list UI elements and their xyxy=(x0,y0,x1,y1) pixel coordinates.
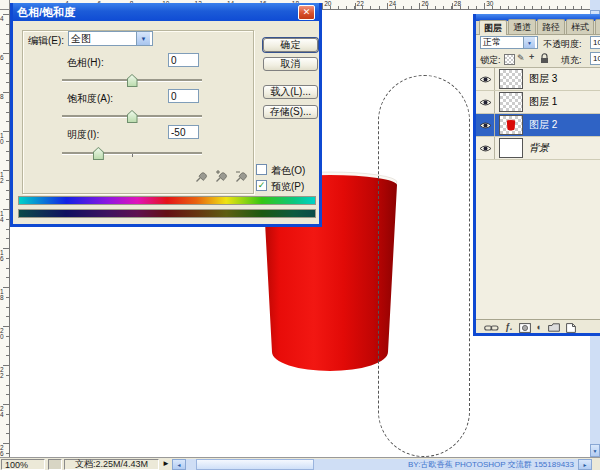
lightness-input[interactable]: -50 xyxy=(168,125,199,139)
hue-saturation-dialog: 色相/饱和度 ✕ 编辑(E): 全图 ▼ 色相(H): 0 饱和度(A): 0 … xyxy=(10,3,322,227)
edit-label: 编辑(E): xyxy=(28,34,64,48)
ruler-number: 24 xyxy=(0,406,5,417)
status-menu-arrow-icon[interactable]: ► xyxy=(162,459,170,468)
saturation-slider[interactable] xyxy=(62,115,202,118)
lock-pixels-icon[interactable]: ✎ xyxy=(517,54,525,63)
scroll-down-icon[interactable]: ▼ xyxy=(590,444,600,457)
ruler-tick xyxy=(6,238,9,239)
blend-mode-value: 正常 xyxy=(483,36,501,49)
ruler-tick xyxy=(6,297,9,298)
ok-button[interactable]: 确定 xyxy=(263,38,318,52)
opacity-value[interactable]: 100 xyxy=(590,36,600,49)
ruler-tick xyxy=(6,73,9,74)
horizontal-scrollbar-thumb[interactable] xyxy=(196,459,314,470)
adjustment-layer-icon[interactable]: ◐ xyxy=(537,323,542,332)
layer-thumbnail[interactable] xyxy=(499,115,523,135)
visibility-cell[interactable] xyxy=(476,114,495,136)
eye-icon[interactable] xyxy=(479,75,492,84)
visibility-cell[interactable] xyxy=(476,91,495,113)
visibility-cell[interactable] xyxy=(476,137,495,159)
scroll-right-icon[interactable]: ► xyxy=(578,459,592,470)
load-button[interactable]: 载入(L)... xyxy=(263,85,318,99)
ruler-tick xyxy=(468,6,469,9)
panel-tab-4[interactable]: 样式 xyxy=(566,19,594,34)
ruler-tick xyxy=(6,43,9,44)
fill-value[interactable]: 100 xyxy=(590,52,600,65)
hue-slider[interactable] xyxy=(62,79,202,82)
layer-name: 背景 xyxy=(529,141,549,155)
eyedropper-icon[interactable] xyxy=(195,168,208,183)
saturation-input[interactable]: 0 xyxy=(168,89,199,103)
layers-panel: 图层通道路径样式色 正常 ▼ 不透明度: 100 锁定: ✎ + 填充: 100… xyxy=(473,14,600,336)
ruler-tick xyxy=(6,112,9,113)
dialog-titlebar[interactable]: 色相/饱和度 ✕ xyxy=(13,3,319,21)
ruler-tick xyxy=(549,6,550,9)
cancel-button[interactable]: 取消 xyxy=(263,57,318,71)
eye-icon[interactable] xyxy=(479,98,492,107)
layer-thumbnail[interactable] xyxy=(499,92,523,112)
layer-mask-icon[interactable] xyxy=(519,323,531,333)
document-info[interactable]: 文档:2.25M/4.43M xyxy=(64,459,159,470)
layer-thumbnail[interactable] xyxy=(499,69,523,89)
panel-tab-1[interactable]: 图层 xyxy=(479,20,507,35)
link-layers-icon[interactable] xyxy=(484,324,499,332)
colorize-label: 着色(O) xyxy=(271,164,305,178)
ruler-number: 12 xyxy=(0,172,5,183)
new-layer-icon[interactable] xyxy=(566,323,576,333)
ruler-tick xyxy=(565,6,566,9)
ruler-tick xyxy=(532,6,533,9)
ruler-tick xyxy=(346,6,347,9)
scroll-left-icon[interactable]: ◄ xyxy=(172,459,186,470)
ruler-tick xyxy=(6,190,9,191)
ruler-tick-major xyxy=(452,3,453,9)
save-button[interactable]: 存储(S)... xyxy=(263,105,318,119)
ruler-tick xyxy=(6,394,9,395)
preview-checkbox[interactable]: ✓ xyxy=(256,180,267,191)
colorize-checkbox[interactable] xyxy=(256,164,267,175)
ruler-number: 30 xyxy=(486,0,493,7)
new-group-icon[interactable] xyxy=(548,323,560,332)
lock-transparency-icon[interactable] xyxy=(504,54,515,65)
zoom-level[interactable]: 100% xyxy=(1,459,45,470)
ruler-tick xyxy=(6,180,9,181)
hue-input[interactable]: 0 xyxy=(168,53,199,67)
marquee-selection[interactable] xyxy=(378,75,470,457)
panel-tab-2[interactable]: 通道 xyxy=(508,19,536,34)
lightness-slider[interactable] xyxy=(62,152,202,155)
close-icon[interactable]: ✕ xyxy=(298,5,315,20)
eye-icon[interactable] xyxy=(479,144,492,153)
status-bar: 100% 文档:2.25M/4.43M ► ◄ BY:古欧香蕉 PHOTOSHO… xyxy=(0,457,600,470)
layers-list: 图层 3 图层 1 图层 2 背景 xyxy=(476,67,600,319)
visibility-cell[interactable] xyxy=(476,68,495,90)
lock-position-icon[interactable]: + xyxy=(529,53,534,62)
layer-row[interactable]: 图层 3 xyxy=(476,68,600,91)
edit-dropdown[interactable]: 全图 ▼ xyxy=(68,31,153,46)
layer-row[interactable]: 图层 2 xyxy=(476,114,600,137)
layer-thumbnail[interactable] xyxy=(499,138,523,158)
ruler-number: 4 xyxy=(0,16,5,22)
chevron-down-icon[interactable]: ▼ xyxy=(136,32,150,45)
ruler-tick-major xyxy=(484,3,485,9)
horizontal-scrollbar[interactable]: BY:古欧香蕉 PHOTOSHOP 交流群 155189433 xyxy=(186,459,578,470)
layer-style-icon[interactable]: ƒ. xyxy=(505,323,513,332)
vertical-ruler: 468101214161820222426 xyxy=(0,10,10,457)
layer-row[interactable]: 背景 xyxy=(476,137,600,160)
eyedropper-plus-icon[interactable] xyxy=(215,168,228,183)
ruler-tick xyxy=(6,229,9,230)
eyedropper-minus-icon[interactable] xyxy=(235,168,248,183)
layer-row[interactable]: 图层 1 xyxy=(476,91,600,114)
lock-label: 锁定: xyxy=(480,54,501,67)
ruler-tick xyxy=(6,63,9,64)
lock-all-icon[interactable] xyxy=(540,53,549,64)
chevron-down-icon[interactable]: ▼ xyxy=(523,37,535,48)
ruler-tick xyxy=(6,160,9,161)
panel-tab-5[interactable]: 色 xyxy=(595,19,600,34)
blend-mode-dropdown[interactable]: 正常 ▼ xyxy=(480,36,538,49)
ruler-tick xyxy=(516,6,517,9)
ruler-tick xyxy=(476,6,477,9)
ruler-number: 28 xyxy=(454,0,461,7)
eye-icon[interactable] xyxy=(479,121,492,130)
ruler-tick xyxy=(411,6,412,9)
ruler-tick xyxy=(6,34,9,35)
panel-tab-3[interactable]: 路径 xyxy=(537,19,565,34)
